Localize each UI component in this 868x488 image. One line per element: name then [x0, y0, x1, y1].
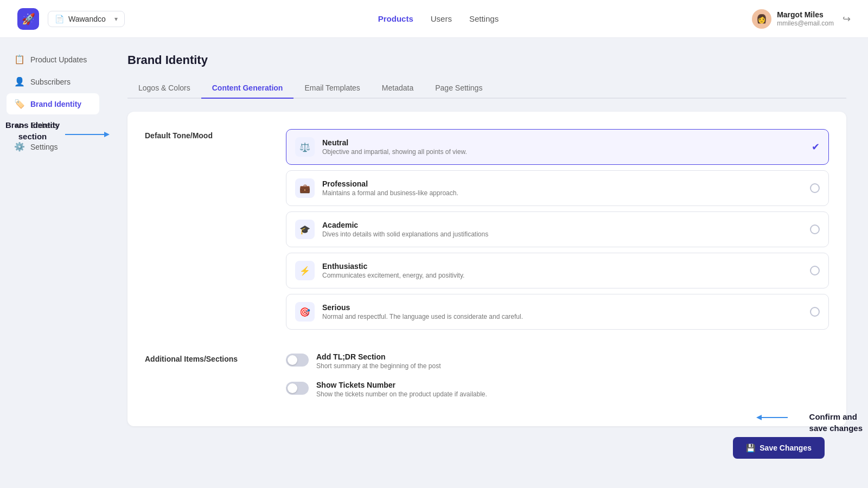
- tone-desc-academic: Dives into details with solid explanatio…: [322, 230, 810, 238]
- footer: 💾 Save Changes: [127, 426, 846, 470]
- neutral-icon: ⚖️: [295, 137, 315, 157]
- settings-icon: ⚙️: [14, 142, 25, 152]
- tone-texts-neutral: Neutral Objective and impartial, showing…: [322, 138, 812, 156]
- toggle-texts-tickets: Show Tickets Number Show the tickets num…: [316, 381, 487, 398]
- tone-option-professional[interactable]: 💼 Professional Maintains a formal and bu…: [286, 170, 829, 206]
- user-details: Margot Miles mmiles@email.com: [777, 10, 834, 28]
- workspace-selector[interactable]: 📄 Wawandco ▾: [48, 11, 125, 27]
- sidebar-item-subscribers[interactable]: 👤 Subscribers: [7, 71, 99, 92]
- save-icon: 💾: [746, 444, 755, 452]
- sidebar-item-product-updates[interactable]: 📋 Product Updates: [7, 49, 99, 70]
- top-nav: 🚀 📄 Wawandco ▾ Products Users Settings 👩…: [0, 0, 868, 38]
- app-logo: 🚀: [17, 8, 39, 30]
- tone-section-label: Default Tone/Mood: [145, 129, 264, 335]
- tone-name-academic: Academic: [322, 221, 810, 229]
- toggle-title-tickets: Show Tickets Number: [316, 381, 487, 389]
- sidebar-item-settings[interactable]: ⚙️ Settings: [7, 136, 99, 157]
- tone-name-serious: Serious: [322, 303, 810, 312]
- tone-section-row: Default Tone/Mood ⚖️ Neutral Objective a…: [145, 129, 829, 335]
- tab-page-settings[interactable]: Page Settings: [424, 78, 493, 99]
- checkmark-icon: ✔: [812, 141, 820, 153]
- tab-email-templates[interactable]: Email Templates: [293, 78, 371, 99]
- user-name: Margot Miles: [777, 10, 834, 20]
- subscribers-icon: 👤: [14, 76, 25, 87]
- embeds-icon: </>: [14, 121, 25, 130]
- form-card: Default Tone/Mood ⚖️ Neutral Objective a…: [127, 112, 846, 426]
- tone-option-academic[interactable]: 🎓 Academic Dives into details with solid…: [286, 211, 829, 247]
- tone-option-enthusiastic[interactable]: ⚡ Enthusiastic Communicates excitement, …: [286, 253, 829, 288]
- toggle-title-tldr: Add TL;DR Section: [316, 352, 441, 361]
- toggle-tickets[interactable]: [286, 382, 309, 395]
- tab-content-generation[interactable]: Content Generation: [201, 78, 294, 99]
- tone-option-neutral[interactable]: ⚖️ Neutral Objective and impartial, show…: [286, 129, 829, 165]
- radio-professional: [810, 183, 820, 193]
- toggle-desc-tldr: Short summary at the beginning of the po…: [316, 362, 441, 370]
- radio-academic: [810, 224, 820, 234]
- academic-icon: 🎓: [295, 220, 315, 239]
- sidebar-label-embeds: Embeds: [30, 121, 58, 130]
- toggle-row-tickets: Show Tickets Number Show the tickets num…: [286, 381, 829, 398]
- tone-desc-enthusiastic: Communicates excitement, energy, and pos…: [322, 272, 810, 279]
- user-info: 👩 Margot Miles mmiles@email.com: [752, 9, 834, 29]
- tabs: Logos & Colors Content Generation Email …: [127, 78, 846, 99]
- content-area: Brand Identity Logos & Colors Content Ge…: [106, 38, 868, 488]
- tone-name-neutral: Neutral: [322, 138, 812, 147]
- tone-option-serious[interactable]: 🎯 Serious Normal and respectful. The lan…: [286, 294, 829, 330]
- tone-texts-professional: Professional Maintains a formal and busi…: [322, 179, 810, 197]
- save-button[interactable]: 💾 Save Changes: [733, 437, 825, 459]
- tone-desc-neutral: Objective and impartial, showing all poi…: [322, 148, 812, 156]
- sidebar-label-product-updates: Product Updates: [30, 55, 87, 64]
- radio-serious: [810, 307, 820, 317]
- sidebar-label-brand-identity: Brand Identity: [30, 100, 81, 108]
- toggle-texts-tldr: Add TL;DR Section Short summary at the b…: [316, 352, 441, 370]
- nav-right: 👩 Margot Miles mmiles@email.com ↪: [752, 9, 851, 29]
- tone-name-enthusiastic: Enthusiastic: [322, 262, 810, 271]
- user-email: mmiles@email.com: [777, 20, 834, 28]
- additional-section-label: Additional Items/Sections: [145, 352, 264, 409]
- tone-desc-serious: Normal and respectful. The language used…: [322, 313, 810, 320]
- chevron-down-icon: ▾: [114, 15, 118, 23]
- sidebar: 📋 Product Updates 👤 Subscribers 🏷️ Brand…: [0, 38, 106, 488]
- workspace-name: Wawandco: [68, 15, 106, 23]
- tab-metadata[interactable]: Metadata: [371, 78, 424, 99]
- radio-enthusiastic: [810, 266, 820, 275]
- tone-texts-serious: Serious Normal and respectful. The langu…: [322, 303, 810, 320]
- brand-identity-icon: 🏷️: [14, 99, 25, 109]
- serious-icon: 🎯: [295, 302, 315, 322]
- sidebar-label-subscribers: Subscribers: [30, 78, 71, 86]
- tab-logos-colors[interactable]: Logos & Colors: [127, 78, 201, 99]
- nav-users[interactable]: Users: [431, 14, 452, 23]
- additional-section-row: Additional Items/Sections Add TL;DR Sect…: [145, 352, 829, 409]
- toggle-row-tldr: Add TL;DR Section Short summary at the b…: [286, 352, 829, 370]
- professional-icon: 💼: [295, 178, 315, 198]
- sidebar-label-settings: Settings: [30, 143, 58, 151]
- toggle-tldr[interactable]: [286, 354, 309, 367]
- avatar: 👩: [752, 9, 771, 29]
- save-button-label: Save Changes: [760, 444, 812, 452]
- product-updates-icon: 📋: [14, 54, 25, 65]
- enthusiastic-icon: ⚡: [295, 261, 315, 280]
- logout-button[interactable]: ↪: [843, 13, 851, 25]
- nav-products[interactable]: Products: [378, 14, 413, 23]
- nav-settings[interactable]: Settings: [469, 14, 499, 23]
- sidebar-item-embeds[interactable]: </> Embeds: [7, 115, 99, 135]
- toggle-desc-tickets: Show the tickets number on the product u…: [316, 390, 487, 398]
- tone-desc-professional: Maintains a formal and business-like app…: [322, 189, 810, 197]
- tone-options: ⚖️ Neutral Objective and impartial, show…: [286, 129, 829, 335]
- sidebar-item-brand-identity[interactable]: 🏷️ Brand Identity: [7, 93, 99, 114]
- main-layout: 📋 Product Updates 👤 Subscribers 🏷️ Brand…: [0, 38, 868, 488]
- additional-content: Add TL;DR Section Short summary at the b…: [286, 352, 829, 409]
- tone-name-professional: Professional: [322, 179, 810, 188]
- tone-texts-academic: Academic Dives into details with solid e…: [322, 221, 810, 238]
- nav-center: Products Users Settings: [378, 14, 499, 23]
- nav-left: 🚀 📄 Wawandco ▾: [17, 8, 125, 30]
- tone-texts-enthusiastic: Enthusiastic Communicates excitement, en…: [322, 262, 810, 279]
- workspace-icon: 📄: [55, 15, 64, 23]
- page-title: Brand Identity: [127, 53, 846, 67]
